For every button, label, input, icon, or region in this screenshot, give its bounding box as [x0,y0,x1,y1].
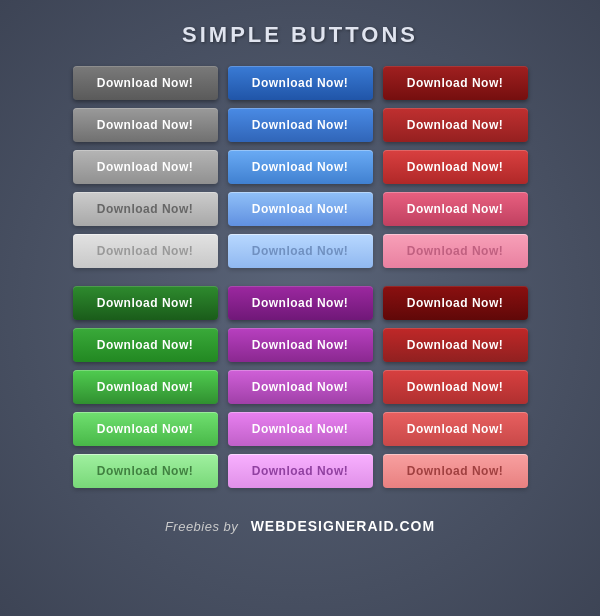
btn-red-4[interactable]: Download Now! [383,192,528,226]
btn-gray-3[interactable]: Download Now! [73,150,218,184]
btn-dred-5[interactable]: Download Now! [383,454,528,488]
btn-green-4[interactable]: Download Now! [73,412,218,446]
btn-dred-3[interactable]: Download Now! [383,370,528,404]
footer: Freebies by WEBDESIGNERAID.COM [165,518,435,534]
btn-blue-2[interactable]: Download Now! [228,108,373,142]
btn-red-1[interactable]: Download Now! [383,66,528,100]
btn-blue-1[interactable]: Download Now! [228,66,373,100]
page-title: SIMPLE BUTTONS [182,22,418,48]
footer-prefix: Freebies by [165,519,238,534]
btn-purple-5[interactable]: Download Now! [228,454,373,488]
btn-gray-4[interactable]: Download Now! [73,192,218,226]
btn-blue-4[interactable]: Download Now! [228,192,373,226]
btn-green-2[interactable]: Download Now! [73,328,218,362]
btn-purple-2[interactable]: Download Now! [228,328,373,362]
footer-brand: WEBDESIGNERAID.COM [251,518,435,534]
button-group-2: Download Now! Download Now! Download Now… [73,286,528,488]
btn-red-3[interactable]: Download Now! [383,150,528,184]
btn-gray-1[interactable]: Download Now! [73,66,218,100]
btn-dred-4[interactable]: Download Now! [383,412,528,446]
btn-green-1[interactable]: Download Now! [73,286,218,320]
btn-gray-2[interactable]: Download Now! [73,108,218,142]
btn-dred-2[interactable]: Download Now! [383,328,528,362]
btn-green-3[interactable]: Download Now! [73,370,218,404]
btn-green-5[interactable]: Download Now! [73,454,218,488]
btn-red-2[interactable]: Download Now! [383,108,528,142]
btn-blue-3[interactable]: Download Now! [228,150,373,184]
btn-dred-1[interactable]: Download Now! [383,286,528,320]
btn-gray-5[interactable]: Download Now! [73,234,218,268]
btn-purple-4[interactable]: Download Now! [228,412,373,446]
button-group-1: Download Now! Download Now! Download Now… [73,66,528,268]
btn-blue-5[interactable]: Download Now! [228,234,373,268]
btn-red-5[interactable]: Download Now! [383,234,528,268]
btn-purple-1[interactable]: Download Now! [228,286,373,320]
btn-purple-3[interactable]: Download Now! [228,370,373,404]
